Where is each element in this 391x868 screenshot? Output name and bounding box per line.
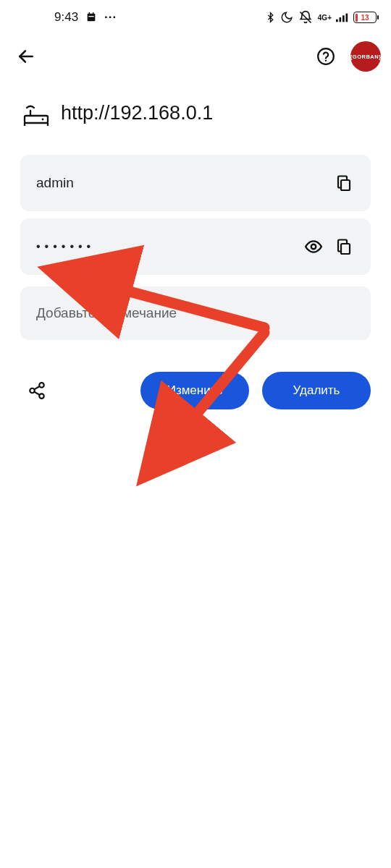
- page-title: http://192.168.0.1: [61, 102, 213, 124]
- svg-rect-17: [341, 180, 350, 190]
- note-field[interactable]: Добавьте примечание: [20, 286, 371, 340]
- vibrate-icon: [298, 10, 314, 25]
- copy-password-button[interactable]: [329, 231, 359, 262]
- copy-icon: [335, 238, 353, 255]
- note-placeholder: Добавьте примечание: [36, 305, 177, 321]
- main-content: admin ••••••• Добавьте примечание: [0, 145, 391, 340]
- svg-point-22: [39, 393, 44, 399]
- help-button[interactable]: [310, 41, 342, 72]
- router-icon: [23, 100, 49, 126]
- avatar-text: {GORBAN}: [350, 54, 381, 60]
- arrow-back-icon: [17, 47, 35, 66]
- back-button[interactable]: [10, 41, 42, 72]
- app-bar: {GORBAN}: [0, 35, 391, 78]
- username-field[interactable]: admin: [20, 155, 371, 211]
- profile-avatar[interactable]: {GORBAN}: [350, 41, 381, 72]
- status-bar: 9:43 ··· 4G+ 13: [0, 0, 391, 35]
- svg-point-10: [318, 48, 334, 64]
- signal-icon: [336, 12, 349, 22]
- share-icon: [28, 381, 46, 400]
- password-field[interactable]: •••••••: [20, 218, 371, 275]
- svg-rect-2: [93, 12, 93, 14]
- status-time: 9:43: [54, 10, 78, 25]
- svg-point-11: [325, 60, 327, 61]
- help-icon: [316, 47, 335, 66]
- action-row: Изменить Удалить: [0, 347, 391, 409]
- battery-pct: 13: [354, 14, 376, 22]
- svg-rect-7: [342, 15, 345, 22]
- svg-rect-8: [346, 14, 348, 22]
- share-button[interactable]: [20, 374, 54, 407]
- copy-icon: [335, 174, 353, 192]
- username-value: admin: [36, 175, 329, 191]
- eye-icon: [304, 237, 323, 256]
- svg-line-23: [34, 386, 39, 389]
- svg-rect-19: [341, 244, 350, 254]
- copy-username-button[interactable]: [329, 168, 359, 198]
- svg-rect-1: [89, 12, 90, 14]
- dnd-icon: [280, 11, 293, 24]
- svg-point-18: [311, 244, 316, 250]
- svg-rect-12: [25, 116, 48, 123]
- svg-point-21: [30, 388, 35, 393]
- reveal-password-button[interactable]: [298, 231, 329, 262]
- svg-rect-3: [88, 16, 93, 17]
- svg-point-20: [39, 383, 44, 388]
- svg-point-16: [42, 119, 44, 121]
- delete-button[interactable]: Удалить: [262, 372, 371, 409]
- svg-line-24: [34, 392, 39, 395]
- edit-button[interactable]: Изменить: [140, 372, 249, 409]
- bluetooth-icon: [265, 11, 276, 24]
- battery-icon: 13: [353, 12, 377, 23]
- svg-rect-0: [88, 14, 96, 22]
- svg-rect-6: [340, 17, 342, 22]
- network-type: 4G+: [318, 14, 332, 22]
- status-bar-left: 9:43 ···: [54, 10, 117, 25]
- page-header: http://192.168.0.1: [0, 78, 391, 145]
- scheduled-icon: [85, 12, 97, 23]
- overflow-dots-icon: ···: [104, 10, 117, 25]
- status-bar-right: 4G+ 13: [265, 10, 377, 25]
- password-value: •••••••: [36, 240, 298, 253]
- svg-rect-5: [336, 20, 338, 22]
